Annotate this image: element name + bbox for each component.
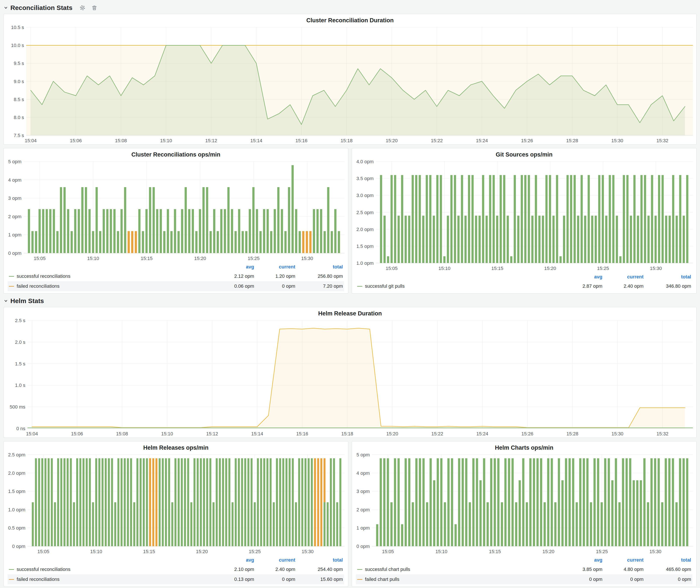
svg-text:1.0 opm: 1.0 opm xyxy=(356,260,374,266)
legend-series-label[interactable]: successful reconciliations xyxy=(9,273,213,279)
gear-icon[interactable] xyxy=(79,4,86,12)
cluster-reconciliations-ops-chart[interactable]: 15:0515:1015:1515:2015:2515:300 opm1 opm… xyxy=(4,159,348,262)
svg-text:15:15: 15:15 xyxy=(141,256,153,261)
legend-column-avg[interactable]: avg xyxy=(561,557,602,563)
legend-column-current[interactable]: current xyxy=(602,274,644,280)
legend-header-row: avgcurrenttotal xyxy=(8,263,344,271)
panel-title[interactable]: Helm Charts ops/min xyxy=(352,441,696,452)
legend-current-value: 1.20 opm xyxy=(254,273,295,279)
panel-title[interactable]: Helm Release Duration xyxy=(4,307,696,318)
svg-text:2.0 opm: 2.0 opm xyxy=(8,470,26,476)
legend-avg-value: 2.10 opm xyxy=(213,567,254,572)
legend-total-value: 465.60 opm xyxy=(644,567,691,572)
legend-series-label[interactable]: failed chart pulls xyxy=(357,577,561,582)
section-title: Helm Stats xyxy=(10,297,44,305)
svg-text:1 opm: 1 opm xyxy=(8,232,21,237)
helm_duration-svg: 15:0415:0615:0815:1015:1215:1415:1615:18… xyxy=(4,318,696,438)
svg-text:15:26: 15:26 xyxy=(521,431,533,436)
svg-text:15:05: 15:05 xyxy=(37,549,49,554)
legend-avg-value: 2.87 opm xyxy=(561,283,602,289)
legend-current-value: 0 opm xyxy=(254,283,295,289)
svg-text:0 opm: 0 opm xyxy=(12,544,25,549)
svg-text:9.5 s: 9.5 s xyxy=(14,61,24,66)
legend-series-label[interactable]: successful chart pulls xyxy=(357,567,561,572)
cluster-reconciliation-duration-chart[interactable]: 15:0415:0615:0815:1015:1215:1415:1615:18… xyxy=(4,25,696,144)
legend-column-current[interactable]: current xyxy=(254,264,295,270)
svg-text:9.0 s: 9.0 s xyxy=(14,79,24,84)
legend-current-value: 4.80 opm xyxy=(602,567,644,572)
panel-title[interactable]: Git Sources ops/min xyxy=(352,148,696,159)
svg-text:1.0 opm: 1.0 opm xyxy=(8,507,26,512)
trash-icon[interactable] xyxy=(91,4,98,11)
svg-text:15:15: 15:15 xyxy=(491,266,503,271)
legend-avg-value: 3.85 opm xyxy=(561,567,602,572)
legend-column-current[interactable]: current xyxy=(602,557,644,563)
legend-total-value: 0 opm xyxy=(644,577,691,582)
svg-text:15:30: 15:30 xyxy=(301,256,313,261)
legend-column-total[interactable]: total xyxy=(295,264,343,270)
legend-header-row: avgcurrenttotal xyxy=(8,556,344,564)
legend-current-value: 2.40 opm xyxy=(254,567,295,572)
svg-text:15:20: 15:20 xyxy=(544,266,556,271)
svg-text:15:18: 15:18 xyxy=(341,431,353,436)
svg-text:500 ms: 500 ms xyxy=(10,404,25,410)
svg-text:15:20: 15:20 xyxy=(194,256,206,261)
svg-text:15:08: 15:08 xyxy=(116,431,128,436)
svg-text:15:30: 15:30 xyxy=(649,549,661,554)
svg-text:15:20: 15:20 xyxy=(542,549,554,554)
legend-column-total[interactable]: total xyxy=(295,557,343,563)
panel-title[interactable]: Helm Releases ops/min xyxy=(4,441,348,452)
svg-text:15:05: 15:05 xyxy=(386,266,398,271)
svg-text:7.5 s: 7.5 s xyxy=(14,133,24,138)
legend-row: successful reconciliations2.10 opm2.40 o… xyxy=(8,564,344,574)
svg-text:1 opm: 1 opm xyxy=(356,525,370,531)
section-title: Reconciliation Stats xyxy=(10,4,73,11)
svg-text:3 opm: 3 opm xyxy=(356,489,370,494)
legend-column-avg[interactable]: avg xyxy=(561,274,602,280)
svg-text:5 opm: 5 opm xyxy=(8,159,21,164)
svg-text:0 opm: 0 opm xyxy=(8,250,21,256)
helm-release-duration-chart[interactable]: 15:0415:0615:0815:1015:1215:1415:1615:18… xyxy=(4,318,696,438)
svg-text:3.5 opm: 3.5 opm xyxy=(356,176,374,181)
svg-text:15:04: 15:04 xyxy=(25,138,37,143)
legend-column-total[interactable]: total xyxy=(644,274,691,280)
svg-text:15:30: 15:30 xyxy=(611,431,623,436)
legend-cluster-reconciliations: avgcurrenttotalsuccessful reconciliation… xyxy=(4,262,348,293)
svg-text:15:32: 15:32 xyxy=(656,431,668,436)
helm-charts-ops-chart[interactable]: 15:0515:1015:1515:2015:2515:300 opm1 opm… xyxy=(352,452,696,555)
legend-column-total[interactable]: total xyxy=(644,557,691,563)
panel-title[interactable]: Cluster Reconciliations ops/min xyxy=(4,148,348,159)
svg-text:15:24: 15:24 xyxy=(476,138,488,143)
legend-series-label[interactable]: successful git pulls xyxy=(357,283,561,289)
helm-panels: Helm Release Duration 15:0415:0615:0815:… xyxy=(3,307,697,587)
legend-series-label[interactable]: successful reconciliations xyxy=(9,567,213,572)
legend-series-label[interactable]: failed reconciliations xyxy=(9,283,213,289)
dashboard: Reconciliation Stats Cluster Reconciliat… xyxy=(0,0,700,588)
svg-text:2.0 opm: 2.0 opm xyxy=(356,227,374,232)
legend-row: successful reconciliations2.12 opm1.20 o… xyxy=(8,271,344,281)
legend-helm-charts: avgcurrenttotalsuccessful chart pulls3.8… xyxy=(352,555,696,586)
panel-title[interactable]: Cluster Reconciliation Duration xyxy=(4,14,696,25)
legend-column-avg[interactable]: avg xyxy=(213,557,254,563)
legend-avg-value: 2.12 opm xyxy=(213,273,254,279)
svg-text:15:04: 15:04 xyxy=(26,431,38,436)
svg-text:15:10: 15:10 xyxy=(90,549,102,554)
section-helm-stats[interactable]: Helm Stats xyxy=(3,295,697,307)
series-color-mark xyxy=(357,579,362,580)
section-reconciliation-stats[interactable]: Reconciliation Stats xyxy=(3,2,697,14)
legend-series-label[interactable]: failed reconciliations xyxy=(9,577,213,582)
legend-column-avg[interactable]: avg xyxy=(213,264,254,270)
svg-text:0 opm: 0 opm xyxy=(356,544,370,549)
svg-text:15:10: 15:10 xyxy=(439,266,450,271)
helm-releases-ops-chart[interactable]: 15:0515:1015:1515:2015:2515:300 opm0.5 o… xyxy=(4,452,348,555)
svg-text:2.5 s: 2.5 s xyxy=(15,318,25,323)
reconciliation-panels: Cluster Reconciliation Duration 15:0415:… xyxy=(3,14,697,294)
svg-text:5 opm: 5 opm xyxy=(356,452,370,457)
git-sources-ops-chart[interactable]: 15:0515:1015:1515:2015:2515:301.0 opm1.5… xyxy=(352,159,696,272)
chevron-down-icon xyxy=(3,299,8,303)
chevron-down-icon xyxy=(3,5,8,10)
legend-column-current[interactable]: current xyxy=(254,557,295,563)
svg-text:15:20: 15:20 xyxy=(386,431,398,436)
legend-total-value: 346.80 opm xyxy=(644,283,691,289)
svg-text:15:05: 15:05 xyxy=(34,256,46,261)
